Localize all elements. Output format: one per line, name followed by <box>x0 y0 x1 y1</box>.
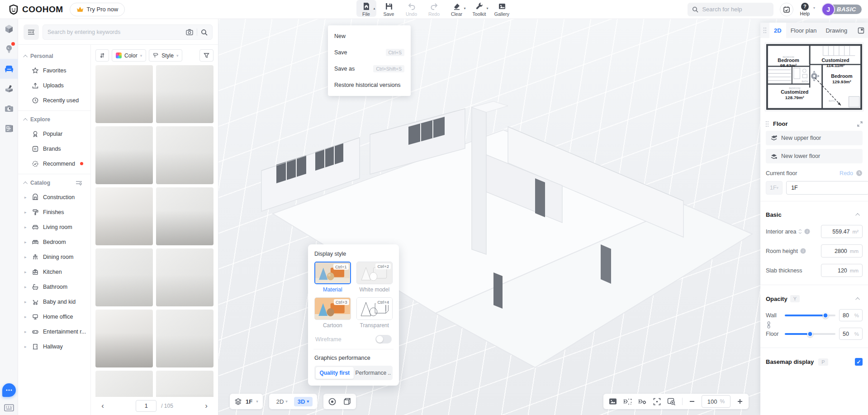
camera-settings-icon[interactable] <box>638 398 647 405</box>
toolkit-button[interactable]: ▾ Toolkit <box>470 0 489 17</box>
rail-customize[interactable] <box>0 79 18 99</box>
basemap-checkbox[interactable]: ✓ <box>855 358 863 366</box>
new-upper-floor-button[interactable]: New upper floor <box>766 131 863 145</box>
product-thumbnail[interactable] <box>156 371 213 397</box>
expand-caret-icon[interactable]: ▸ <box>24 225 27 229</box>
product-thumbnail[interactable] <box>95 371 153 397</box>
keyword-search-input[interactable] <box>47 29 182 35</box>
save-button[interactable]: Save <box>379 0 399 17</box>
sidebar-item-kitchen[interactable]: ▸ Kitchen <box>18 264 90 279</box>
sidebar-item-bedroom[interactable]: ▸ Bedroom <box>18 234 90 249</box>
room-height-input[interactable]: 2800 mm <box>821 244 863 258</box>
history-clock-icon[interactable] <box>856 170 863 176</box>
rail-construction-drawing[interactable] <box>0 119 18 138</box>
wall-opacity-input[interactable]: 80 % <box>839 309 863 321</box>
camera-view-icon[interactable] <box>623 398 632 405</box>
expand-caret-icon[interactable]: ▸ <box>24 195 27 200</box>
menu-item-restore-versions[interactable]: Restore historical versions <box>328 77 411 93</box>
product-thumbnail[interactable] <box>95 65 153 123</box>
zoom-out-button[interactable] <box>689 398 695 405</box>
display-style-cube-icon[interactable] <box>343 397 351 406</box>
wireframe-toggle[interactable] <box>375 335 392 343</box>
shortcut-keyboard-icon[interactable] <box>4 404 14 411</box>
sidebar-item-favorites[interactable]: Favorites <box>18 63 90 78</box>
keyword-search-box[interactable] <box>43 24 213 40</box>
zoom-region-icon[interactable] <box>667 398 676 405</box>
display-option-cartoon[interactable]: Ctrl+3 Cartoon <box>314 297 351 329</box>
menu-item-save-as[interactable]: Save as Ctrl+Shift+S <box>328 61 411 77</box>
sidebar-item-dining-room[interactable]: ▸ Dining room <box>18 249 90 264</box>
clear-button[interactable]: ▾ Clear <box>447 0 467 17</box>
snapshot-image-icon[interactable] <box>609 398 617 405</box>
section-catalog[interactable]: Catalog <box>18 175 90 190</box>
quality-first-tab[interactable]: Quality first <box>316 367 354 379</box>
expand-caret-icon[interactable]: ▸ <box>24 344 27 349</box>
product-thumbnail[interactable] <box>156 248 213 306</box>
tab-drawing[interactable]: Drawing <box>821 23 852 38</box>
mode-2d-button[interactable]: 2D ▾ <box>274 397 290 406</box>
sidebar-item-living-room[interactable]: ▸ Living room <box>18 219 90 234</box>
sidebar-item-finishes[interactable]: ▸ Finishes <box>18 205 90 219</box>
floor-name-input[interactable] <box>786 181 868 195</box>
floor-redo-button[interactable]: Redo <box>840 170 853 176</box>
rail-design-tool[interactable] <box>0 19 18 39</box>
display-option-transparent[interactable]: Ctrl+4 Transparent <box>356 297 393 329</box>
detach-panel-icon[interactable] <box>854 27 868 34</box>
rail-inspiration[interactable] <box>0 39 18 59</box>
expand-caret-icon[interactable]: ▸ <box>24 285 27 289</box>
support-chat-button[interactable] <box>2 383 16 397</box>
menu-item-save[interactable]: Save Ctrl+S <box>328 44 411 61</box>
slab-thickness-input[interactable]: 120 mm <box>821 264 863 277</box>
sort-button[interactable] <box>95 49 109 62</box>
expand-caret-icon[interactable]: ▸ <box>24 255 27 259</box>
product-thumbnail[interactable] <box>156 65 213 123</box>
sidebar-item-uploads[interactable]: Uploads <box>18 78 90 93</box>
collapse-catalog-button[interactable] <box>24 24 39 40</box>
style-filter-dropdown[interactable]: Style ▾ <box>149 49 182 62</box>
color-filter-dropdown[interactable]: Color ▾ <box>112 49 146 62</box>
file-button[interactable]: ▴ File <box>356 0 376 17</box>
tab-floor-plan[interactable]: Floor plan <box>786 23 821 38</box>
product-thumbnail[interactable] <box>156 310 213 367</box>
catalog-settings-icon[interactable] <box>76 180 82 186</box>
product-thumbnail[interactable] <box>156 126 213 184</box>
expand-caret-icon[interactable]: ▸ <box>24 315 27 319</box>
performance-tab[interactable]: Performance ... <box>354 367 392 379</box>
image-search-camera-icon[interactable] <box>186 29 193 35</box>
whats-new-button[interactable] <box>780 3 793 16</box>
floor-opacity-input[interactable]: 50 % <box>839 328 863 340</box>
link-values-icon[interactable] <box>767 321 771 329</box>
sidebar-item-baby-and-kid[interactable]: ▸ Baby and kid <box>18 294 90 309</box>
product-thumbnail[interactable] <box>95 126 153 184</box>
sidebar-item-hallway[interactable]: ▸ Hallway <box>18 339 90 354</box>
zoom-level-box[interactable]: 100 % <box>702 395 730 408</box>
help-button[interactable]: ? ▾ Help <box>800 2 815 16</box>
wall-opacity-slider[interactable] <box>785 315 835 316</box>
drag-handle-icon[interactable] <box>760 27 769 33</box>
rail-model-library[interactable] <box>0 59 18 79</box>
expand-caret-icon[interactable]: ▸ <box>24 210 27 215</box>
floor-opacity-slider[interactable] <box>785 333 835 335</box>
expand-caret-icon[interactable]: ▸ <box>24 240 27 244</box>
info-icon[interactable]: i <box>804 229 810 234</box>
basic-section-header[interactable]: Basic <box>760 206 868 222</box>
sidebar-item-recently-used[interactable]: Recently used <box>18 93 90 108</box>
product-thumbnail[interactable] <box>95 248 153 306</box>
section-explore[interactable]: Explore <box>18 112 90 126</box>
tab-2d[interactable]: 2D <box>769 23 786 38</box>
avatar[interactable]: J <box>821 3 835 16</box>
sidebar-item-popular[interactable]: Popular <box>18 126 90 141</box>
try-pro-button[interactable]: Try Pro now <box>70 3 125 16</box>
visibility-eye-icon[interactable] <box>328 397 337 406</box>
display-option-material[interactable]: Ctrl+1 Material <box>314 262 351 293</box>
menu-item-new[interactable]: New <box>328 28 411 44</box>
opacity-section-header[interactable]: Opacity Y <box>760 290 868 306</box>
page-number-input[interactable] <box>136 400 157 412</box>
more-filters-button[interactable] <box>199 49 213 62</box>
section-personal[interactable]: Personal <box>18 48 90 63</box>
expand-caret-icon[interactable]: ▸ <box>24 300 27 304</box>
new-lower-floor-button[interactable]: New lower floor <box>766 149 863 163</box>
info-icon[interactable]: i <box>800 248 806 254</box>
sidebar-item-bathroom[interactable]: ▸ Bathroom <box>18 279 90 294</box>
zoom-in-button[interactable] <box>737 398 743 405</box>
